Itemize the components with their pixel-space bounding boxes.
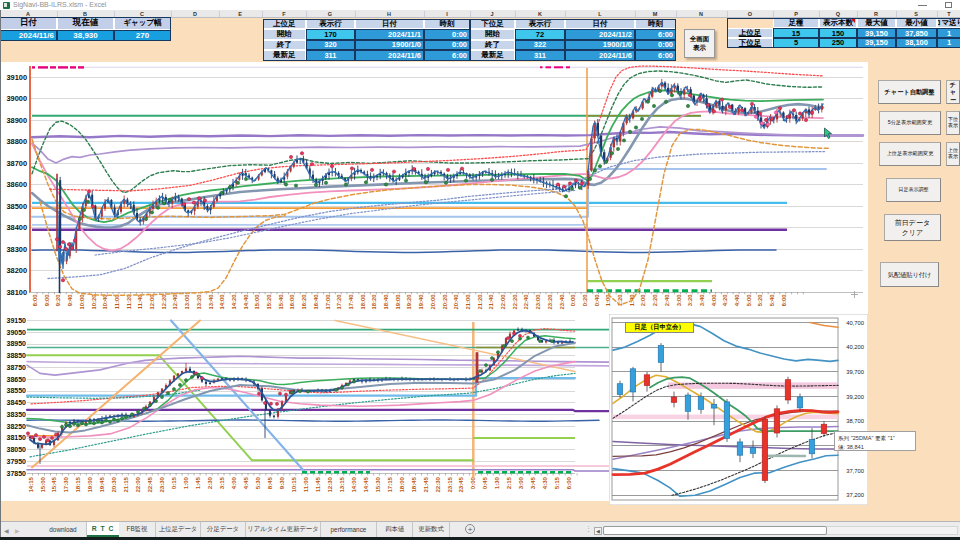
svg-text:15:45: 15:45 (50, 476, 57, 492)
svg-text:13:40: 13:40 (208, 294, 214, 310)
svg-text:23:15: 23:15 (446, 476, 453, 492)
svg-text:15:20: 15:20 (266, 294, 272, 310)
svg-text:22:30: 22:30 (434, 476, 441, 492)
svg-text:2:30: 2:30 (206, 476, 213, 489)
svg-text:20:30: 20:30 (110, 476, 117, 492)
svg-text:20:00: 20:00 (430, 294, 436, 310)
svg-text:0:40: 0:40 (594, 294, 600, 307)
svg-text:5:40: 5:40 (769, 294, 775, 307)
svg-text:21:40: 21:40 (488, 294, 494, 310)
svg-text:0:45: 0:45 (481, 476, 488, 489)
svg-text:4:20: 4:20 (722, 294, 728, 307)
svg-text:8:45: 8:45 (266, 476, 273, 489)
svg-text:17:40: 17:40 (348, 294, 354, 310)
svg-text:22:45: 22:45 (146, 476, 153, 492)
svg-text:2:20: 2:20 (652, 294, 658, 307)
svg-text:13:20: 13:20 (196, 294, 202, 310)
svg-text:12:40: 12:40 (172, 294, 178, 310)
svg-text:6:00: 6:00 (565, 476, 572, 489)
svg-text:40,200: 40,200 (846, 344, 864, 350)
svg-text:38200: 38200 (6, 266, 27, 275)
svg-text:15:00: 15:00 (254, 294, 260, 310)
svg-text:37950: 37950 (7, 458, 27, 465)
svg-text:37850: 37850 (7, 470, 27, 477)
svg-text:0:00: 0:00 (570, 294, 576, 307)
svg-text:18:40: 18:40 (383, 294, 389, 310)
svg-text:18:00: 18:00 (360, 294, 366, 310)
svg-text:21:45: 21:45 (422, 476, 429, 492)
svg-text:23:00: 23:00 (535, 294, 541, 310)
svg-text:14:40: 14:40 (243, 294, 249, 310)
svg-text:5:00: 5:00 (746, 294, 752, 307)
svg-text:22:20: 22:20 (512, 294, 518, 310)
svg-text:38850: 38850 (7, 352, 27, 359)
svg-text:19:20: 19:20 (406, 294, 412, 310)
svg-text:2:15: 2:15 (505, 476, 512, 489)
svg-text:17:30: 17:30 (62, 476, 69, 492)
svg-text:13:00: 13:00 (184, 294, 190, 310)
svg-text:14:20: 14:20 (231, 294, 237, 310)
svg-text:15:30: 15:30 (374, 476, 381, 492)
svg-text:16:00: 16:00 (289, 294, 295, 310)
svg-text:39,200: 39,200 (846, 394, 864, 400)
svg-text:4:40: 4:40 (734, 294, 740, 307)
svg-text:39150: 39150 (7, 317, 27, 324)
svg-text:16:40: 16:40 (313, 294, 319, 310)
svg-text:18:20: 18:20 (371, 294, 377, 310)
svg-text:11:45: 11:45 (314, 476, 321, 492)
svg-text:6:00: 6:00 (32, 294, 38, 307)
svg-text:3:45: 3:45 (529, 476, 536, 489)
svg-text:39100: 39100 (6, 73, 27, 82)
svg-text:4:45: 4:45 (242, 476, 249, 489)
svg-text:23:40: 23:40 (559, 294, 565, 310)
svg-text:19:00: 19:00 (395, 294, 401, 310)
svg-text:38950: 38950 (7, 340, 27, 347)
svg-text:12:20: 12:20 (161, 294, 167, 310)
svg-text:14:00: 14:00 (350, 476, 357, 492)
svg-text:9:00: 9:00 (44, 294, 50, 307)
svg-text:15:40: 15:40 (278, 294, 284, 310)
svg-text:21:00: 21:00 (465, 294, 471, 310)
svg-text:1:00: 1:00 (182, 476, 189, 489)
svg-text:10:15: 10:15 (290, 476, 297, 492)
svg-text:38100: 38100 (6, 288, 27, 297)
svg-text:38600: 38600 (6, 180, 27, 189)
svg-text:3:20: 3:20 (687, 294, 693, 307)
svg-text:39000: 39000 (6, 94, 27, 103)
svg-text:3:00: 3:00 (517, 476, 524, 489)
svg-text:11:40: 11:40 (137, 294, 143, 309)
svg-text:38900: 38900 (6, 116, 27, 125)
svg-text:0:00: 0:00 (469, 476, 476, 489)
svg-text:9:40: 9:40 (67, 294, 73, 307)
svg-text:12:00: 12:00 (149, 294, 155, 310)
svg-text:23:45: 23:45 (457, 476, 464, 492)
svg-text:38050: 38050 (7, 446, 27, 453)
svg-text:11:20: 11:20 (126, 294, 132, 309)
svg-text:38450: 38450 (7, 399, 27, 406)
svg-text:2:40: 2:40 (664, 294, 670, 307)
svg-text:11:00: 11:00 (302, 476, 309, 492)
svg-text:10:20: 10:20 (91, 294, 97, 310)
svg-text:5:20: 5:20 (757, 294, 763, 307)
svg-text:6:00: 6:00 (781, 294, 787, 307)
svg-text:23:30: 23:30 (158, 476, 165, 492)
svg-text:9:20: 9:20 (55, 294, 61, 307)
svg-text:14:45: 14:45 (362, 476, 369, 492)
svg-text:1:45: 1:45 (194, 476, 201, 489)
svg-text:38300: 38300 (6, 245, 27, 254)
svg-text:3:15: 3:15 (218, 476, 225, 489)
svg-text:37,200: 37,200 (846, 492, 864, 498)
svg-text:10:40: 10:40 (102, 294, 108, 310)
svg-text:17:00: 17:00 (325, 294, 331, 310)
svg-text:4:00: 4:00 (711, 294, 717, 307)
svg-text:12:30: 12:30 (326, 476, 333, 492)
svg-text:9:30: 9:30 (278, 476, 285, 489)
svg-text:19:00: 19:00 (86, 476, 93, 492)
svg-text:18:15: 18:15 (74, 476, 81, 492)
svg-text:38650: 38650 (7, 376, 27, 383)
svg-text:38250: 38250 (7, 423, 27, 430)
svg-text:14:00: 14:00 (219, 294, 225, 310)
svg-text:38750: 38750 (7, 364, 27, 371)
svg-text:20:40: 20:40 (453, 294, 459, 310)
svg-text:15:00: 15:00 (39, 476, 46, 492)
